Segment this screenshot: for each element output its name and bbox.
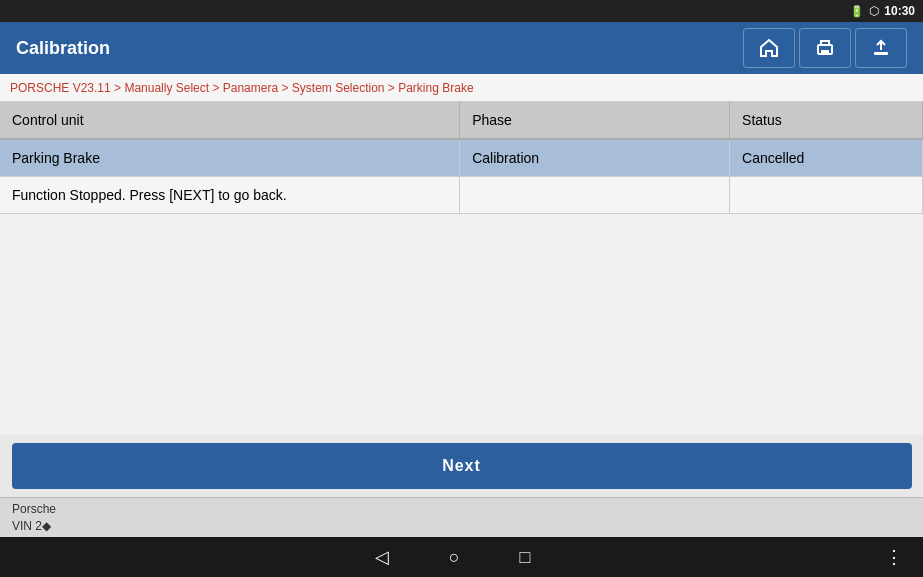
- data-table: Control unit Phase Status Parking Brake …: [0, 102, 923, 214]
- home-button[interactable]: [743, 28, 795, 68]
- cell-control-unit-1: Parking Brake: [0, 139, 460, 177]
- battery-icon: 🔋: [850, 5, 864, 18]
- table-row: Function Stopped. Press [NEXT] to go bac…: [0, 177, 923, 214]
- menu-nav-icon[interactable]: ⋮: [885, 546, 903, 568]
- cell-control-unit-2: Function Stopped. Press [NEXT] to go bac…: [0, 177, 460, 214]
- nav-icons: ◁ ○ □: [20, 546, 885, 568]
- recent-nav-icon[interactable]: □: [520, 547, 531, 568]
- breadcrumb-text: PORSCHE V23.11 > Manually Select > Panam…: [10, 81, 474, 95]
- next-button[interactable]: Next: [12, 443, 912, 489]
- breadcrumb: PORSCHE V23.11 > Manually Select > Panam…: [0, 74, 923, 102]
- cell-phase-2: [460, 177, 730, 214]
- svg-rect-1: [821, 50, 829, 54]
- next-button-area: Next: [0, 435, 923, 497]
- vehicle-info-text: Porsche VIN 2◆: [12, 501, 56, 535]
- status-icons: 🔋 ⬡ 10:30: [850, 4, 915, 18]
- page-title: Calibration: [16, 38, 110, 59]
- cell-status-1: Cancelled: [730, 139, 923, 177]
- vehicle-vin: VIN 2◆: [12, 519, 51, 533]
- print-button[interactable]: [799, 28, 851, 68]
- cell-phase-1: Calibration: [460, 139, 730, 177]
- main-content: Control unit Phase Status Parking Brake …: [0, 102, 923, 435]
- bluetooth-icon: ⬡: [869, 4, 879, 18]
- table-row: Parking Brake Calibration Cancelled: [0, 139, 923, 177]
- nav-bar: ◁ ○ □ ⋮: [0, 537, 923, 577]
- title-bar: Calibration: [0, 22, 923, 74]
- export-button[interactable]: [855, 28, 907, 68]
- cell-status-2: [730, 177, 923, 214]
- status-time: 10:30: [884, 4, 915, 18]
- header-status: Status: [730, 102, 923, 139]
- title-buttons: [743, 28, 907, 68]
- svg-rect-2: [874, 52, 888, 55]
- table-header-row: Control unit Phase Status: [0, 102, 923, 139]
- header-phase: Phase: [460, 102, 730, 139]
- home-nav-icon[interactable]: ○: [449, 547, 460, 568]
- header-control-unit: Control unit: [0, 102, 460, 139]
- status-bar: 🔋 ⬡ 10:30: [0, 0, 923, 22]
- vehicle-make: Porsche: [12, 502, 56, 516]
- back-nav-icon[interactable]: ◁: [375, 546, 389, 568]
- vehicle-info-bar: Porsche VIN 2◆: [0, 497, 923, 537]
- content-spacer: [0, 214, 923, 435]
